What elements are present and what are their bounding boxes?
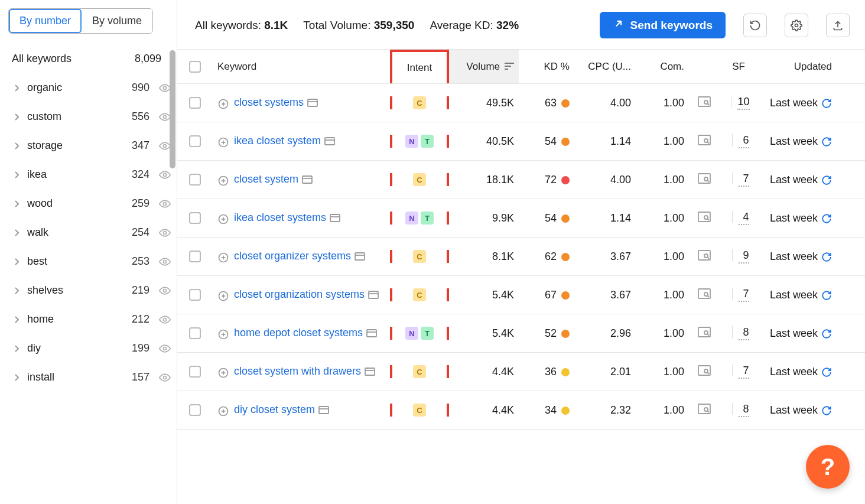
eye-icon[interactable] xyxy=(159,82,171,94)
eye-icon[interactable] xyxy=(159,140,171,152)
eye-icon[interactable] xyxy=(159,314,171,326)
serp-snapshot-icon[interactable] xyxy=(324,137,335,145)
sf-count[interactable]: 10 xyxy=(737,96,749,110)
sidebar-item-walk[interactable]: walk 254 xyxy=(8,218,177,247)
refresh-row-icon[interactable] xyxy=(821,98,832,109)
eye-icon[interactable] xyxy=(159,372,171,383)
sidebar-item-install[interactable]: install 157 xyxy=(8,363,177,392)
serp-features-icon[interactable] xyxy=(698,288,711,299)
sidebar-item-ikea[interactable]: ikea 324 xyxy=(8,160,177,189)
expand-icon[interactable] xyxy=(217,367,229,379)
row-checkbox[interactable] xyxy=(189,327,201,339)
keyword-link[interactable]: diy closet system xyxy=(234,404,315,415)
serp-features-icon[interactable] xyxy=(698,96,711,107)
row-checkbox[interactable] xyxy=(189,404,201,416)
col-com[interactable]: Com. xyxy=(636,61,689,73)
serp-snapshot-icon[interactable] xyxy=(318,406,329,414)
expand-icon[interactable] xyxy=(217,136,229,148)
refresh-row-icon[interactable] xyxy=(821,290,832,301)
by-number-toggle[interactable]: By number xyxy=(9,9,82,33)
expand-icon[interactable] xyxy=(217,290,229,302)
sf-count[interactable]: 4 xyxy=(739,211,749,225)
sf-count[interactable]: 8 xyxy=(739,403,749,417)
keyword-link[interactable]: home depot closet systems xyxy=(234,327,363,339)
row-checkbox[interactable] xyxy=(189,174,201,186)
row-checkbox[interactable] xyxy=(189,366,201,378)
sidebar-item-best[interactable]: best 253 xyxy=(8,247,177,276)
keyword-link[interactable]: closet organization systems xyxy=(234,288,365,300)
eye-icon[interactable] xyxy=(159,256,171,268)
sidebar-item-diy[interactable]: diy 199 xyxy=(8,334,177,363)
all-keywords-row[interactable]: All keywords 8,099 xyxy=(8,44,177,73)
expand-icon[interactable] xyxy=(217,405,229,417)
serp-snapshot-icon[interactable] xyxy=(330,214,340,222)
refresh-row-icon[interactable] xyxy=(821,175,832,186)
serp-features-icon[interactable] xyxy=(698,212,711,222)
serp-features-icon[interactable] xyxy=(698,404,711,414)
refresh-row-icon[interactable] xyxy=(821,213,832,224)
serp-snapshot-icon[interactable] xyxy=(368,291,379,299)
row-checkbox[interactable] xyxy=(189,251,201,262)
keyword-link[interactable]: closet systems xyxy=(234,96,304,108)
sf-count[interactable]: 6 xyxy=(739,134,749,148)
sf-count[interactable]: 9 xyxy=(739,249,749,264)
expand-icon[interactable] xyxy=(217,329,229,340)
send-keywords-button[interactable]: Send keywords xyxy=(600,12,726,38)
serp-features-icon[interactable] xyxy=(698,327,711,337)
serp-snapshot-icon[interactable] xyxy=(302,175,313,184)
refresh-row-icon[interactable] xyxy=(821,367,832,378)
row-checkbox[interactable] xyxy=(189,289,201,301)
expand-icon[interactable] xyxy=(217,213,229,225)
col-cpc[interactable]: CPC (U... xyxy=(574,61,636,73)
expand-icon[interactable] xyxy=(217,98,229,110)
col-keyword[interactable]: Keyword xyxy=(213,61,390,73)
sidebar-item-wood[interactable]: wood 259 xyxy=(8,189,177,218)
sidebar-item-storage[interactable]: storage 347 xyxy=(8,131,177,160)
col-sf[interactable]: SF xyxy=(720,61,757,73)
expand-icon[interactable] xyxy=(217,175,229,187)
sf-count[interactable]: 7 xyxy=(739,365,749,379)
help-fab[interactable]: ? xyxy=(806,445,850,489)
sf-count[interactable]: 7 xyxy=(739,288,749,302)
select-all-checkbox[interactable] xyxy=(189,61,201,73)
sidebar-scrollbar[interactable] xyxy=(170,50,175,168)
by-volume-toggle[interactable]: By volume xyxy=(82,9,152,33)
keyword-group-list[interactable]: organic 990 custom 556 storage 347 ikea … xyxy=(8,73,177,499)
keyword-link[interactable]: closet system xyxy=(234,173,298,185)
sidebar-item-shelves[interactable]: shelves 219 xyxy=(8,276,177,305)
serp-features-icon[interactable] xyxy=(698,365,711,376)
refresh-row-icon[interactable] xyxy=(821,136,832,147)
col-intent[interactable]: Intent xyxy=(390,50,449,83)
sf-count[interactable]: 7 xyxy=(739,173,749,187)
refresh-row-icon[interactable] xyxy=(821,252,832,262)
eye-icon[interactable] xyxy=(159,285,171,297)
serp-snapshot-icon[interactable] xyxy=(366,329,377,337)
sidebar-item-custom[interactable]: custom 556 xyxy=(8,102,177,131)
eye-icon[interactable] xyxy=(159,169,171,181)
refresh-row-icon[interactable] xyxy=(821,329,832,339)
eye-icon[interactable] xyxy=(159,343,171,355)
sidebar-item-home[interactable]: home 212 xyxy=(8,305,177,334)
serp-features-icon[interactable] xyxy=(698,135,711,145)
keyword-link[interactable]: closet organizer systems xyxy=(234,250,351,262)
keyword-link[interactable]: ikea closet system xyxy=(234,135,321,147)
serp-features-icon[interactable] xyxy=(698,173,711,184)
serp-snapshot-icon[interactable] xyxy=(307,99,318,107)
keyword-link[interactable]: ikea closet systems xyxy=(234,212,326,223)
settings-button[interactable] xyxy=(785,14,808,37)
row-checkbox[interactable] xyxy=(189,135,201,147)
eye-icon[interactable] xyxy=(159,227,171,239)
eye-icon[interactable] xyxy=(159,198,171,210)
refresh-row-icon[interactable] xyxy=(821,405,832,416)
col-updated[interactable]: Updated xyxy=(757,61,845,73)
serp-features-icon[interactable] xyxy=(698,250,711,261)
col-volume[interactable]: Volume xyxy=(449,50,519,83)
col-kd[interactable]: KD % xyxy=(519,61,574,73)
export-button[interactable] xyxy=(826,14,850,37)
keyword-link[interactable]: closet system with drawers xyxy=(234,365,361,377)
sidebar-item-organic[interactable]: organic 990 xyxy=(8,73,177,102)
refresh-button[interactable] xyxy=(743,14,767,37)
serp-snapshot-icon[interactable] xyxy=(365,368,375,376)
sf-count[interactable]: 8 xyxy=(739,326,749,340)
row-checkbox[interactable] xyxy=(189,97,201,109)
